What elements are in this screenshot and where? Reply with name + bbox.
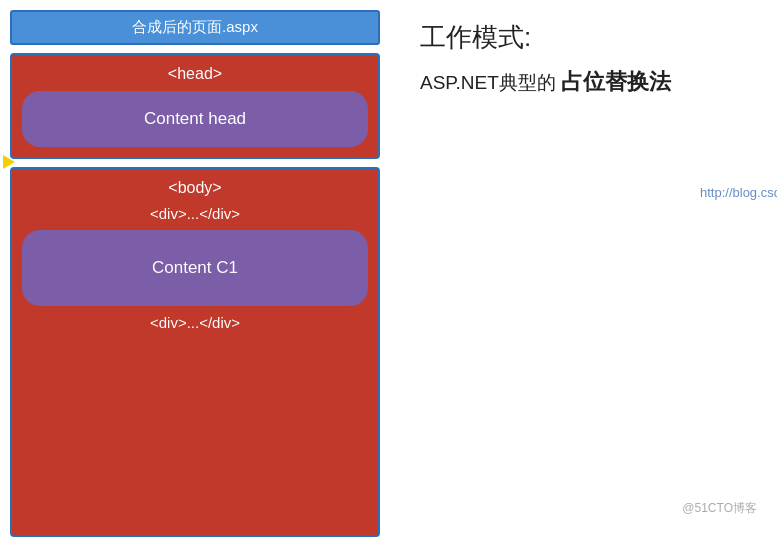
content-c1-box: Content C1 <box>22 230 368 306</box>
blog-url-watermark: http://blog.csdn.net/yayun0516 <box>700 185 777 200</box>
content-head-box: Content head <box>22 91 368 147</box>
right-panel: 工作模式: ASP.NET典型的 占位替换法 http://blog.csdn.… <box>390 0 777 547</box>
site-credit-watermark: @51CTO博客 <box>682 500 757 517</box>
body-section: <body> <div>...</div> Content C1 <div>..… <box>10 167 380 537</box>
description-prefix: ASP.NET典型的 <box>420 72 561 93</box>
page-title-bar: 合成后的页面.aspx <box>10 10 380 45</box>
work-mode-description: ASP.NET典型的 占位替换法 <box>420 65 757 98</box>
cursor-arrow-icon <box>3 155 15 169</box>
description-highlight: 占位替换法 <box>561 69 671 94</box>
left-panel: 合成后的页面.aspx <head> Content head <body> <… <box>0 0 390 547</box>
head-tag: <head> <box>168 65 222 83</box>
head-section: <head> Content head <box>10 53 380 159</box>
body-tag: <body> <box>168 179 221 197</box>
div-tag-bottom: <div>...</div> <box>150 314 240 331</box>
main-container: 合成后的页面.aspx <head> Content head <body> <… <box>0 0 777 547</box>
div-tag-top: <div>...</div> <box>150 205 240 222</box>
work-mode-title: 工作模式: <box>420 20 757 55</box>
